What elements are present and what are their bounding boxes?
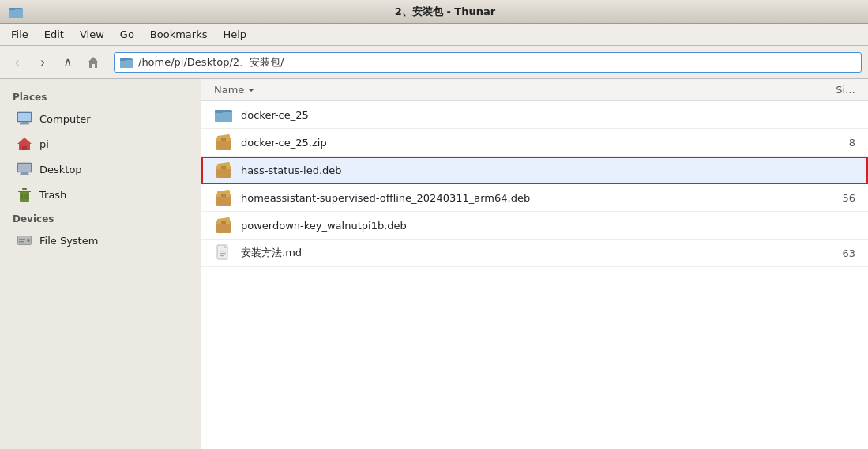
svg-rect-28 bbox=[19, 241, 24, 243]
desktop-icon bbox=[16, 160, 33, 178]
file-area: Name Si… docker-ce_25 docker-ce_25.zi bbox=[201, 79, 868, 449]
svg-rect-32 bbox=[215, 110, 223, 113]
svg-rect-18 bbox=[18, 191, 31, 192]
svg-rect-16 bbox=[20, 174, 29, 175]
svg-rect-8 bbox=[18, 113, 31, 121]
title-bar: 2、安装包 - Thunar bbox=[0, 0, 868, 24]
back-button[interactable]: ‹ bbox=[6, 51, 28, 74]
menu-bar: FileEditViewGoBookmarksHelp bbox=[0, 24, 868, 46]
file-name: powerdown-key_walnutpi1b.deb bbox=[241, 220, 800, 232]
menu-item-bookmarks[interactable]: Bookmarks bbox=[142, 25, 216, 43]
file-row[interactable]: 安装方法.md 63 bbox=[201, 240, 868, 267]
svg-rect-19 bbox=[22, 188, 27, 190]
sidebar-label-filesystem: File System bbox=[39, 235, 98, 247]
svg-rect-51 bbox=[220, 251, 226, 251]
svg-rect-45 bbox=[216, 224, 231, 233]
app-icon bbox=[8, 4, 24, 20]
up-button[interactable]: ∧ bbox=[57, 51, 79, 74]
svg-rect-14 bbox=[18, 164, 31, 172]
col-name-header[interactable]: Name bbox=[214, 84, 808, 96]
address-bar[interactable]: /home/pi/Desktop/2、安装包/ bbox=[114, 52, 862, 73]
devices-title: Devices bbox=[0, 207, 201, 228]
svg-rect-37 bbox=[216, 168, 231, 178]
menu-item-go[interactable]: Go bbox=[112, 25, 142, 43]
menu-item-help[interactable]: Help bbox=[215, 25, 254, 43]
svg-rect-53 bbox=[220, 255, 224, 256]
home-button[interactable] bbox=[82, 51, 104, 74]
archive-icon bbox=[214, 160, 233, 179]
sidebar-item-pi[interactable]: pi bbox=[3, 131, 197, 157]
svg-rect-1 bbox=[9, 9, 23, 18]
sidebar-label-trash: Trash bbox=[39, 189, 66, 201]
svg-rect-2 bbox=[9, 8, 15, 10]
svg-rect-9 bbox=[21, 122, 28, 123]
toolbar: ‹ › ∧ /home/pi/Desktop/2、安装包/ bbox=[0, 46, 868, 79]
file-size: 56 bbox=[808, 192, 855, 204]
sidebar-item-filesystem[interactable]: File System bbox=[3, 228, 197, 253]
svg-rect-44 bbox=[221, 194, 226, 197]
sidebar-item-desktop[interactable]: Desktop bbox=[3, 157, 197, 182]
col-size-header: Si… bbox=[808, 84, 855, 96]
svg-rect-48 bbox=[221, 221, 226, 224]
svg-marker-29 bbox=[248, 89, 254, 92]
file-size: 8 bbox=[808, 137, 855, 149]
svg-rect-12 bbox=[22, 146, 27, 150]
menu-item-edit[interactable]: Edit bbox=[36, 25, 72, 43]
archive-icon bbox=[214, 216, 233, 235]
svg-rect-6 bbox=[120, 58, 126, 61]
file-rows-container: docker-ce_25 docker-ce_25.zip 8 bbox=[201, 101, 868, 267]
address-text: /home/pi/Desktop/2、安装包/ bbox=[138, 55, 284, 70]
filesystem-icon bbox=[16, 232, 33, 249]
svg-rect-27 bbox=[19, 239, 25, 240]
menu-item-view[interactable]: View bbox=[72, 25, 112, 43]
file-row[interactable]: homeassistant-supervised-offline_2024031… bbox=[201, 184, 868, 212]
trash-icon bbox=[16, 186, 33, 203]
sidebar-item-trash[interactable]: Trash bbox=[3, 182, 197, 207]
svg-marker-3 bbox=[88, 57, 99, 68]
file-row[interactable]: powerdown-key_walnutpi1b.deb bbox=[201, 212, 868, 240]
svg-point-26 bbox=[28, 240, 29, 241]
menu-item-file[interactable]: File bbox=[3, 25, 36, 43]
svg-rect-36 bbox=[221, 138, 226, 141]
sidebar-label-desktop: Desktop bbox=[39, 164, 82, 175]
archive-icon bbox=[214, 133, 233, 152]
svg-rect-10 bbox=[20, 123, 29, 125]
sidebar-label-computer: Computer bbox=[39, 113, 91, 125]
file-row[interactable]: docker-ce_25.zip 8 bbox=[201, 129, 868, 157]
file-list-header: Name Si… bbox=[201, 79, 868, 101]
svg-rect-31 bbox=[215, 112, 232, 122]
file-name: docker-ce_25.zip bbox=[241, 137, 800, 149]
svg-rect-33 bbox=[216, 141, 231, 150]
window-title: 2、安装包 - Thunar bbox=[30, 5, 860, 19]
svg-rect-41 bbox=[216, 196, 231, 206]
file-name: 安装方法.md bbox=[241, 246, 800, 260]
archive-icon bbox=[214, 188, 233, 207]
sidebar: Places Computer pi bbox=[0, 79, 201, 449]
sidebar-item-computer[interactable]: Computer bbox=[3, 106, 197, 131]
forward-button[interactable]: › bbox=[32, 51, 54, 74]
home-user-icon bbox=[16, 135, 33, 153]
file-name: hass-status-led.deb bbox=[241, 164, 800, 176]
file-name: homeassistant-supervised-offline_2024031… bbox=[241, 192, 800, 204]
svg-rect-5 bbox=[120, 60, 133, 68]
file-row[interactable]: hass-status-led.deb bbox=[201, 157, 868, 184]
svg-rect-15 bbox=[21, 172, 28, 174]
places-title: Places bbox=[0, 85, 201, 106]
svg-rect-52 bbox=[220, 253, 226, 254]
folder-icon bbox=[214, 105, 233, 124]
file-size: 63 bbox=[808, 247, 855, 259]
folder-icon bbox=[119, 55, 133, 70]
document-icon bbox=[214, 243, 233, 262]
file-row[interactable]: docker-ce_25 bbox=[201, 101, 868, 129]
sidebar-label-pi: pi bbox=[39, 138, 49, 150]
main-content: Places Computer pi bbox=[0, 79, 868, 449]
svg-rect-40 bbox=[221, 166, 226, 169]
file-name: docker-ce_25 bbox=[241, 109, 800, 121]
computer-icon bbox=[16, 110, 33, 127]
